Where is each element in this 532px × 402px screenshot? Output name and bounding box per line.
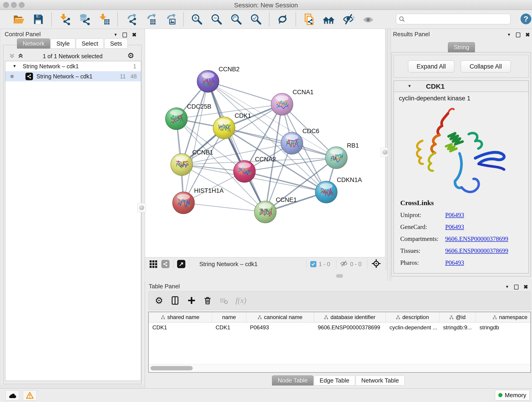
- tab-select[interactable]: Select: [76, 38, 104, 49]
- hscroll-thumb[interactable]: [151, 366, 193, 370]
- table-cell[interactable]: 9606.ENSP00000378699: [314, 322, 386, 332]
- node-table[interactable]: shared namenamecanonical namedatabase id…: [148, 312, 531, 373]
- table-cell[interactable]: CDK1: [212, 322, 246, 332]
- table-cell[interactable]: cyclin-dependent ...: [386, 322, 439, 332]
- refresh-layout-icon[interactable]: [277, 13, 288, 25]
- crosslink-link[interactable]: P06493: [445, 211, 464, 219]
- column-header-name[interactable]: name: [212, 312, 246, 322]
- left-splitter-handle[interactable]: [138, 203, 146, 212]
- import-network-file-icon[interactable]: [59, 13, 71, 25]
- collapse-all-button[interactable]: Collapse All: [461, 61, 511, 72]
- table-row[interactable]: CDK1CDK1P064939606.ENSP00000378699cyclin…: [149, 322, 530, 332]
- import-network-database-icon[interactable]: [79, 13, 90, 25]
- hidden-eye-icon[interactable]: [340, 260, 348, 268]
- table-cell[interactable]: P06493: [246, 322, 314, 332]
- column-header-shared-name[interactable]: shared name: [149, 312, 212, 322]
- zoom-out-icon[interactable]: [210, 13, 222, 25]
- memory-button[interactable]: Memory: [495, 390, 530, 400]
- crosslink-link[interactable]: P06493: [445, 223, 464, 230]
- zoom-selected-icon[interactable]: [250, 13, 262, 25]
- table-cell[interactable]: stringdb:9...: [439, 322, 476, 332]
- tab-sets[interactable]: Sets: [104, 38, 128, 49]
- selected-checkbox-icon[interactable]: [310, 261, 317, 267]
- node-HIST1H1A[interactable]: [172, 192, 195, 214]
- help-button[interactable]: ?: [520, 13, 531, 24]
- cloud-status-button[interactable]: [6, 390, 19, 400]
- node-RB1[interactable]: [325, 147, 347, 169]
- network-collection-row[interactable]: ▼ String Network – cdk1 1: [5, 61, 141, 71]
- node-card-header[interactable]: ▼ CDK1: [394, 81, 529, 92]
- node-CCNA2[interactable]: [234, 160, 255, 182]
- expand-all-button[interactable]: Expand All: [408, 61, 454, 72]
- tab-network[interactable]: Network: [17, 38, 50, 49]
- network-options-gear-icon[interactable]: ⚙: [127, 52, 134, 59]
- save-session-icon[interactable]: [32, 13, 44, 25]
- results-close-icon[interactable]: ✖: [525, 32, 530, 38]
- node-CDKN1A[interactable]: [315, 181, 337, 203]
- edge-CCNB2-CCNA1[interactable]: [208, 81, 282, 104]
- results-menu-icon[interactable]: ▼: [507, 32, 511, 37]
- birdseye-view-icon[interactable]: ↗: [177, 260, 185, 268]
- network-overview-icon[interactable]: [161, 260, 170, 268]
- network-graph[interactable]: CCNB2CCNA1CDC25BCDK1CDC6RB1CCNB1CCNA2CDK…: [145, 29, 385, 257]
- delete-column-trash-icon[interactable]: [203, 296, 212, 305]
- table-cell[interactable]: stringdb: [476, 322, 531, 332]
- edge-CCNB2-HIST1H1A[interactable]: [184, 81, 208, 203]
- column-header-description[interactable]: description: [386, 312, 439, 322]
- node-CDC25B[interactable]: [165, 108, 187, 130]
- panel-float-icon[interactable]: [123, 32, 127, 37]
- results-float-icon[interactable]: [516, 32, 520, 37]
- first-neighbors-icon[interactable]: [323, 13, 335, 25]
- crosslink-link[interactable]: 9606.ENSP00000378699: [445, 235, 508, 242]
- show-columns-icon[interactable]: [170, 295, 180, 306]
- network-row[interactable]: String Network – cdk1 11 48: [5, 71, 141, 81]
- crosslink-link[interactable]: P06493: [445, 259, 464, 266]
- tab-edge-table[interactable]: Edge Table: [314, 375, 355, 385]
- tab-string[interactable]: String: [448, 42, 475, 52]
- edge-HIST1H1A-CCNE1[interactable]: [184, 203, 265, 212]
- grid-mode-icon[interactable]: [150, 260, 157, 268]
- table-menu-icon[interactable]: ▼: [505, 285, 509, 289]
- search-box[interactable]: [396, 14, 510, 24]
- tab-node-table[interactable]: Node Table: [272, 375, 313, 385]
- export-network-icon[interactable]: [125, 13, 137, 25]
- table-float-icon[interactable]: [514, 285, 519, 289]
- node-CDK1[interactable]: [213, 117, 235, 139]
- warning-status-button[interactable]: [23, 390, 37, 400]
- export-table-icon[interactable]: [145, 13, 157, 25]
- column-header-@id[interactable]: @id: [439, 312, 476, 322]
- tab-style[interactable]: Style: [51, 38, 75, 49]
- clone-network-icon[interactable]: [303, 13, 315, 25]
- node-label-CDC6: CDC6: [302, 128, 319, 134]
- node-CCNB2[interactable]: [197, 70, 219, 92]
- create-column-icon[interactable]: [187, 296, 196, 305]
- panel-close-icon[interactable]: ✖: [132, 32, 137, 38]
- card-expander-icon[interactable]: ▼: [408, 84, 412, 89]
- tree-expander-icon[interactable]: ▼: [13, 64, 17, 69]
- table-hscrollbar[interactable]: [149, 364, 530, 372]
- column-header-canonical-name[interactable]: canonical name: [246, 312, 314, 322]
- zoom-in-icon[interactable]: [191, 13, 203, 25]
- panel-menu-icon[interactable]: ▼: [114, 32, 118, 37]
- network-canvas[interactable]: CCNB2CCNA1CDC25BCDK1CDC6RB1CCNB1CCNA2CDK…: [145, 29, 385, 257]
- splitter-grab-handle[interactable]: [336, 274, 343, 278]
- tab-network-table[interactable]: Network Table: [355, 375, 405, 385]
- zoom-fit-icon[interactable]: [230, 13, 242, 25]
- node-CCNB1[interactable]: [171, 153, 193, 176]
- open-session-icon[interactable]: [13, 13, 25, 25]
- column-header-namespace[interactable]: namespace: [476, 312, 531, 322]
- node-CCNE1[interactable]: [254, 201, 276, 223]
- hide-selected-icon[interactable]: [342, 13, 355, 25]
- export-image-icon[interactable]: [164, 13, 176, 25]
- table-settings-gear-icon[interactable]: ⚙: [155, 296, 163, 305]
- crosshair-icon[interactable]: [371, 259, 381, 269]
- search-input[interactable]: [407, 16, 510, 22]
- column-header-database-identifier[interactable]: database identifier: [314, 312, 386, 322]
- table-cell[interactable]: CDK1: [149, 322, 212, 332]
- show-all-icon[interactable]: [362, 13, 374, 25]
- crosslink-link[interactable]: 9606.ENSP00000378699: [445, 247, 508, 254]
- node-CCNA1[interactable]: [271, 93, 293, 115]
- node-CDC6[interactable]: [281, 132, 303, 154]
- import-table-file-icon[interactable]: [98, 13, 110, 25]
- table-close-icon[interactable]: ✖: [524, 284, 528, 290]
